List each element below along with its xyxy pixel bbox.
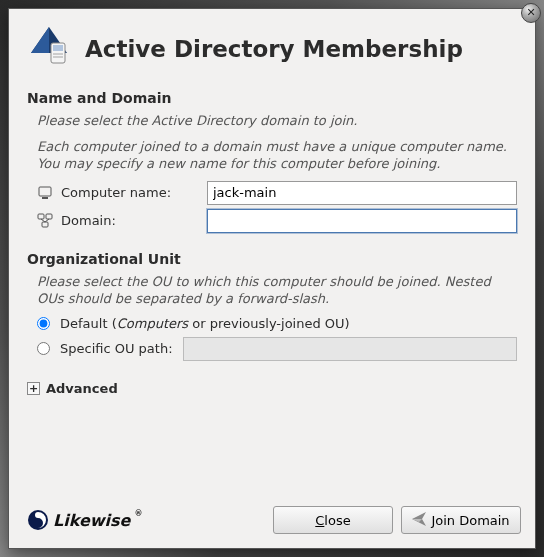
close-button[interactable]: Close xyxy=(273,506,393,534)
section-name-domain-heading: Name and Domain xyxy=(27,90,517,106)
computer-icon xyxy=(37,185,55,201)
row-ou-default[interactable]: Default (Computers or previously-joined … xyxy=(37,316,517,331)
paper-plane-icon xyxy=(412,512,426,529)
advanced-expander-row[interactable]: + Advanced xyxy=(27,381,517,396)
computer-name-input[interactable] xyxy=(207,181,517,205)
dialog-footer: Likewise ® Close Join Domain xyxy=(9,496,535,548)
svg-rect-8 xyxy=(38,214,44,219)
section-ou-heading: Organizational Unit xyxy=(27,251,517,267)
svg-rect-7 xyxy=(42,197,48,199)
svg-rect-6 xyxy=(39,187,51,196)
server-icon xyxy=(27,25,71,72)
row-domain: Domain: xyxy=(37,209,517,233)
likewise-tm: ® xyxy=(134,509,142,518)
join-domain-button[interactable]: Join Domain xyxy=(401,506,521,534)
radio-ou-default-label: Default (Computers or previously-joined … xyxy=(60,316,350,331)
close-icon[interactable]: ✕ xyxy=(521,3,541,23)
svg-marker-1 xyxy=(31,27,49,53)
radio-ou-specific-label: Specific OU path: xyxy=(60,341,173,356)
likewise-logo-text: Likewise xyxy=(53,511,130,530)
dialog-window: ✕ Active Directory Membership Name and D… xyxy=(8,8,536,549)
row-computer-name: Computer name: xyxy=(37,181,517,205)
likewise-swirl-icon xyxy=(27,509,49,531)
svg-rect-9 xyxy=(46,214,52,219)
hint-ou: Please select the OU to which this compu… xyxy=(37,273,517,308)
svg-rect-5 xyxy=(53,56,63,58)
domain-icon xyxy=(37,213,55,229)
expander-icon[interactable]: + xyxy=(27,382,40,395)
dialog-title: Active Directory Membership xyxy=(85,36,463,62)
advanced-label: Advanced xyxy=(46,381,118,396)
domain-input[interactable] xyxy=(207,209,517,233)
radio-ou-default[interactable] xyxy=(37,317,50,330)
svg-rect-3 xyxy=(53,45,63,51)
domain-label: Domain: xyxy=(61,213,201,228)
dialog-header: Active Directory Membership xyxy=(9,9,535,82)
svg-rect-4 xyxy=(53,53,63,55)
hint-unique-name: Each computer joined to a domain must ha… xyxy=(37,138,517,173)
radio-ou-specific[interactable] xyxy=(37,342,50,355)
row-ou-specific[interactable]: Specific OU path: xyxy=(37,337,517,361)
hint-select-domain: Please select the Active Directory domai… xyxy=(37,112,517,130)
computer-name-label: Computer name: xyxy=(61,185,201,200)
svg-rect-10 xyxy=(42,222,48,227)
ou-path-input xyxy=(183,337,517,361)
likewise-logo: Likewise ® xyxy=(27,509,142,531)
dialog-content: Name and Domain Please select the Active… xyxy=(9,82,535,496)
